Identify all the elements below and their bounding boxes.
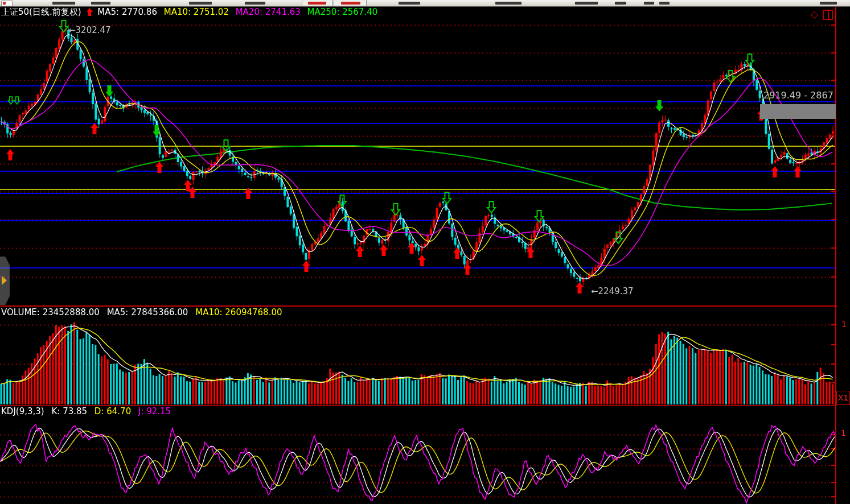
menu-item-fragment[interactable] [52,2,75,5]
split-window-icon[interactable] [823,10,833,20]
menu-item-fragment[interactable] [495,2,522,5]
kdj-name: KDJ(9,3,3) [1,406,44,416]
expand-arrow-icon [2,276,7,285]
peak-price-label: ←3202.47 [68,25,111,35]
x1-zoom-label[interactable]: X1 [836,391,850,405]
price-range-box [760,104,836,119]
menu-bar[interactable] [0,0,850,7]
ma10-readout: MA10: 2751.02 [164,7,229,17]
volume-header: VOLUME: 23452888.00 MA5: 27845366.00 MA1… [1,307,287,317]
app-icon [1,1,13,6]
kdj-axis-partial-label: 1 [841,428,846,437]
chart-corner-icons: ◇ [811,9,833,20]
up-arrow-icon [87,8,93,16]
kdj-header: KDJ(9,3,3) K: 73.85 D: 64.70 J: 92.15 [1,406,175,416]
menu-item-fragment[interactable] [644,2,654,5]
main-chart-header: 上证50(日线.前复权) MA5: 2770.86 MA10: 2751.02 … [1,7,381,18]
menu-button-label-fragment [308,2,326,5]
menu-item-fragment[interactable] [615,2,626,5]
kdj-j-readout: J: 92.15 [138,406,171,416]
ma5-readout: MA5: 2770.86 [97,7,157,17]
menu-item-fragment[interactable] [399,2,420,5]
sidebar-flyout-handle[interactable] [0,257,10,305]
volume-ma10-readout: MA10: 26094768.00 [195,307,282,317]
menu-item-fragment[interactable] [575,2,598,5]
menu-button-red-2[interactable] [334,0,367,6]
volume-ma5-readout: MA5: 27845366.00 [107,307,188,317]
menu-item-fragment[interactable] [245,2,265,5]
trough-price-label: ←2249.37 [591,286,634,296]
ma250-readout: MA250: 2567.40 [307,7,378,17]
menu-item-fragment[interactable] [189,2,212,5]
menu-item-fragment[interactable] [820,2,837,5]
kdj-k-readout: K: 73.85 [51,406,87,416]
menu-item-fragment[interactable] [659,2,670,5]
diamond-icon[interactable]: ◇ [811,9,818,20]
chart-canvas[interactable] [0,0,850,504]
chart-title: 上证50(日线.前复权) [1,7,81,17]
app-window: 上证50(日线.前复权) MA5: 2770.86 MA10: 2751.02 … [0,0,850,504]
volume-axis-partial-label: 1 [841,320,847,329]
menu-item-fragment[interactable] [91,2,110,5]
menu-button-red-1[interactable] [302,0,332,6]
ma20-readout: MA20: 2741.63 [236,7,301,17]
volume-readout: VOLUME: 23452888.00 [1,307,100,317]
price-range-label: 2919.49 - 2867 [763,90,833,101]
kdj-d-readout: D: 64.70 [95,406,131,416]
menu-button-label-fragment [341,2,360,5]
